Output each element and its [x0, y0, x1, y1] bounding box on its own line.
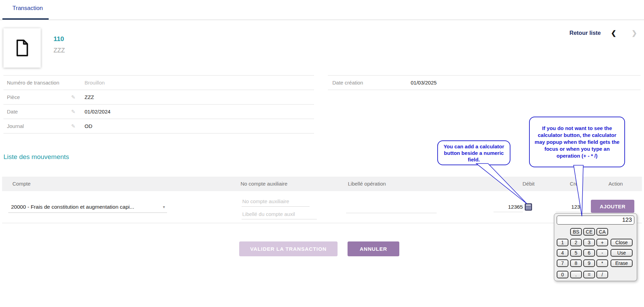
chevron-down-icon: ▾	[163, 205, 165, 209]
calc-key-bs[interactable]: BS	[570, 228, 582, 236]
calc-key-5[interactable]: 5	[570, 249, 582, 257]
calc-key-2[interactable]: 2	[570, 239, 582, 246]
edit-pencil-icon[interactable]: ✎	[71, 94, 85, 100]
transaction-page: Transaction 110 ZZZ Retour liste ❮ ❯ Num…	[0, 0, 644, 307]
calc-key-8[interactable]: 8	[570, 259, 582, 267]
field-label: Numéro de transaction	[3, 80, 71, 86]
calc-key-plus[interactable]: +	[596, 239, 608, 246]
field-row-journal: Journal ✎ OD	[3, 119, 314, 133]
calc-key-use[interactable]: Use	[611, 249, 633, 257]
column-header-action: Action	[608, 177, 623, 191]
calc-key-close[interactable]: Close	[611, 239, 633, 246]
column-header-aux: No compte auxiliaire	[241, 177, 287, 191]
field-label: Journal	[3, 123, 71, 129]
calculator-icon[interactable]	[525, 203, 532, 211]
field-row-date: Date ✎ 01/02/2024	[3, 105, 314, 119]
add-movement-button[interactable]: AJOUTER	[591, 200, 634, 213]
field-label: Pièce	[3, 94, 71, 100]
calc-key-erase[interactable]: Erase	[611, 259, 633, 267]
document-icon	[15, 39, 29, 57]
column-header-libelle: Libellé opération	[348, 177, 386, 191]
calculator-popup: 123 BS CE CA 1 2 3 + Close 4 5 6 - Use 7…	[554, 213, 637, 281]
field-row-date-creation: Date création 01/03/2025	[328, 76, 641, 90]
transaction-form-left: Numéro de transaction ✎ Brouillon Pièce …	[3, 75, 314, 133]
record-number: 110	[53, 35, 64, 43]
aux-account-label-input[interactable]	[242, 209, 317, 219]
compte-select-value: 20000 - Frais de constitution et augment…	[11, 204, 134, 210]
cancel-button[interactable]: ANNULER	[348, 241, 399, 256]
row-divider	[2, 223, 642, 223]
calc-key-1[interactable]: 1	[557, 239, 568, 246]
field-value-date: 01/02/2024	[85, 109, 110, 115]
calc-key-dot[interactable]: .	[570, 271, 582, 278]
calculator-display[interactable]: 123	[557, 216, 634, 225]
annotation-bubble-calculator-button: You can add a calculator button beside a…	[437, 140, 510, 165]
debit-field[interactable]: 12365	[494, 202, 523, 212]
next-record-icon[interactable]: ❯	[632, 29, 637, 37]
edit-pencil-icon[interactable]: ✎	[71, 123, 85, 129]
annotation-bubble-calculator-popup: If you do not want to see the calculator…	[529, 117, 625, 167]
field-row-numero: Numéro de transaction ✎ Brouillon	[3, 76, 314, 90]
tab-active-indicator	[2, 18, 49, 20]
field-value-piece: ZZZ	[85, 94, 94, 100]
calc-key-minus[interactable]: -	[596, 249, 608, 257]
field-label: Date création	[328, 80, 411, 86]
column-header-credit: Créd	[570, 177, 581, 191]
field-value-journal: OD	[85, 123, 92, 129]
calc-key-equals[interactable]: =	[583, 271, 595, 278]
movements-table-header: Compte No compte auxiliaire Libellé opér…	[2, 177, 642, 191]
prev-record-icon[interactable]: ❮	[611, 29, 616, 37]
field-value-numero: Brouillon	[85, 80, 105, 86]
calc-key-4[interactable]: 4	[557, 249, 568, 257]
compte-select[interactable]: 20000 - Frais de constitution et augment…	[8, 202, 167, 213]
calc-key-ca[interactable]: CA	[596, 228, 608, 236]
field-row-piece: Pièce ✎ ZZZ	[3, 90, 314, 105]
calc-key-9[interactable]: 9	[583, 259, 595, 267]
calc-key-7[interactable]: 7	[557, 259, 568, 267]
calc-key-3[interactable]: 3	[583, 239, 595, 246]
tab-transaction[interactable]: Transaction	[12, 5, 43, 12]
transaction-form-right: Date création 01/03/2025	[328, 75, 641, 90]
movements-section-title: Liste des mouvements	[3, 153, 69, 161]
column-header-compte: Compte	[12, 177, 31, 191]
calc-key-multiply[interactable]: *	[596, 259, 608, 267]
tab-bar: Transaction	[0, 0, 644, 20]
back-to-list-link[interactable]: Retour liste	[569, 30, 601, 36]
record-icon-card	[3, 28, 41, 68]
operation-label-input[interactable]	[346, 203, 437, 213]
calc-key-ce[interactable]: CE	[583, 228, 595, 236]
calc-key-6[interactable]: 6	[583, 249, 595, 257]
calc-key-0[interactable]: 0	[557, 271, 568, 278]
edit-pencil-icon[interactable]: ✎	[71, 109, 85, 115]
aux-account-number-input[interactable]	[242, 196, 310, 207]
credit-field[interactable]: 123	[556, 202, 580, 212]
record-code: ZZZ	[53, 47, 65, 54]
calc-key-divide[interactable]: /	[596, 271, 608, 278]
field-label: Date	[3, 109, 71, 115]
column-header-debit: Débit	[504, 177, 535, 191]
validate-transaction-button[interactable]: VALIDER LA TRANSACTION	[239, 241, 338, 256]
field-value-date-creation: 01/03/2025	[411, 80, 437, 86]
